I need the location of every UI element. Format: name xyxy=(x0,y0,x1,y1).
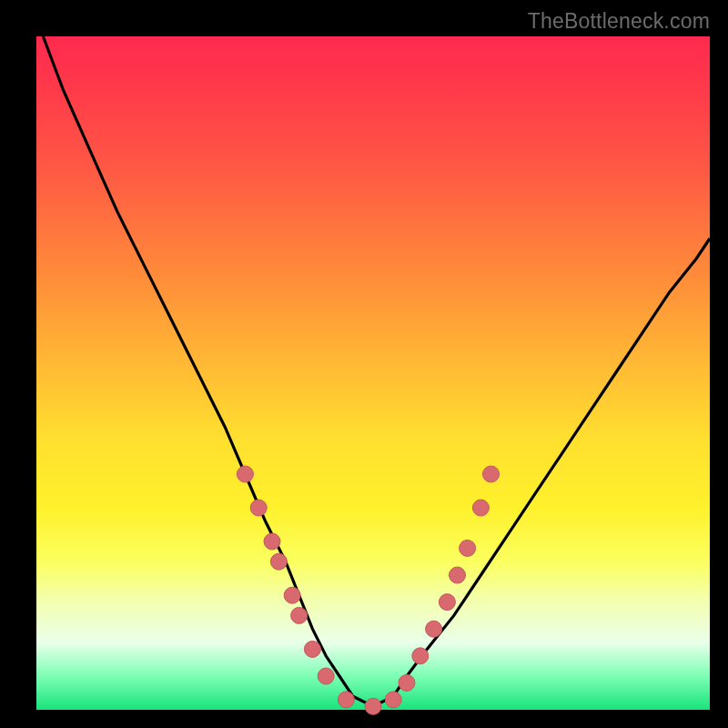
curve-marker xyxy=(284,587,300,603)
curve-marker xyxy=(237,466,253,482)
curve-marker xyxy=(338,692,354,708)
curve-marker xyxy=(460,540,476,556)
bottleneck-curve xyxy=(43,36,710,706)
curve-marker xyxy=(304,641,320,657)
curve-markers xyxy=(237,466,499,714)
curve-marker xyxy=(472,500,489,516)
curve-marker xyxy=(439,594,455,611)
curve-marker xyxy=(270,553,287,570)
chart-svg xyxy=(36,36,710,710)
curve-marker xyxy=(399,674,415,691)
curve-marker xyxy=(318,668,334,684)
curve-marker xyxy=(365,698,381,714)
curve-marker xyxy=(450,567,466,583)
curve-marker xyxy=(291,607,308,623)
curve-marker xyxy=(385,692,401,708)
watermark-label: TheBottleneck.com xyxy=(528,9,710,34)
curve-line xyxy=(43,36,710,706)
curve-marker xyxy=(250,500,267,516)
curve-marker xyxy=(264,533,280,550)
curve-marker xyxy=(483,466,500,482)
plot-area xyxy=(36,36,710,710)
curve-marker xyxy=(426,621,442,637)
curve-marker xyxy=(412,648,429,664)
chart-frame: TheBottleneck.com xyxy=(0,0,728,728)
